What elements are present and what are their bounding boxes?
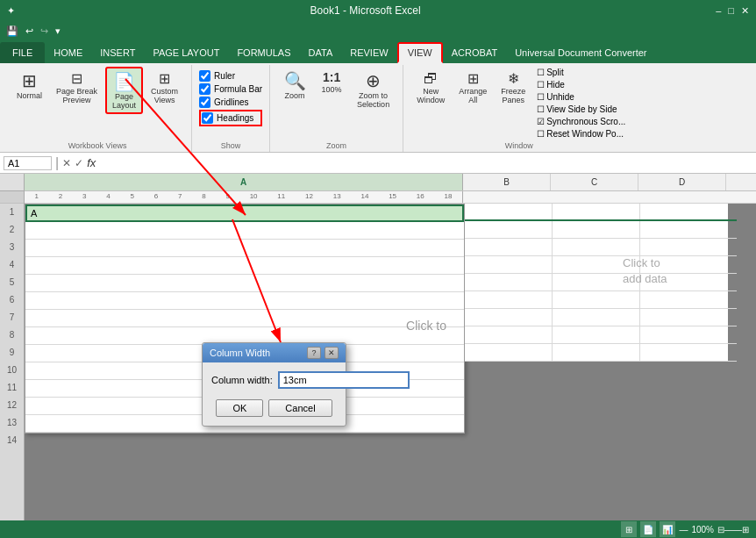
row-13: 13 — [0, 414, 24, 432]
normal-view-btn[interactable]: ⊞ — [621, 521, 637, 537]
arrange-all-label: ArrangeAll — [459, 87, 487, 104]
page-break-view-btn[interactable]: 📊 — [660, 521, 675, 537]
zoom-label: Zoom — [285, 91, 305, 100]
row-3: 3 — [0, 239, 24, 256]
freeze-panes-label: FreezePanes — [501, 87, 525, 104]
close-button[interactable]: ✕ — [741, 5, 749, 17]
show-label: Show — [199, 141, 262, 150]
btn-new-window[interactable]: 🗗 NewWindow — [410, 67, 451, 108]
freeze-panes-icon: ❄ — [508, 70, 519, 87]
ok-button[interactable]: OK — [216, 399, 263, 417]
zoom-percent: 100% — [691, 525, 714, 534]
btn-page-break[interactable]: ⊟ Page BreakPreview — [50, 67, 103, 108]
formula-bar-checkbox[interactable] — [199, 83, 210, 95]
column-width-input[interactable] — [278, 371, 410, 389]
arrange-all-icon: ⊞ — [467, 70, 479, 87]
unhide-icon: ☐ — [537, 92, 545, 102]
split-icon: ☐ — [537, 68, 545, 77]
qat: 💾 ↩ ↪ ▾ — [0, 21, 756, 40]
zoom-100-label: 100% — [322, 85, 342, 94]
btn-split[interactable]: ☐ Split — [535, 67, 627, 78]
unhide-label: Unhide — [546, 92, 574, 102]
tab-acrobat[interactable]: ACROBAT — [443, 42, 506, 63]
window-group-label: Window — [410, 141, 627, 150]
btn-view-side-by-side[interactable]: ☐ View Side by Side — [535, 104, 627, 115]
dialog-close-btn[interactable]: ✕ — [325, 347, 339, 359]
zoom-icon: 🔍 — [284, 70, 306, 91]
title-bar-center: Book1 - Microsoft Excel — [15, 4, 716, 17]
cb-headings[interactable]: Headings — [199, 110, 262, 126]
row-7: 7 — [0, 309, 24, 326]
page-layout-view-btn[interactable]: 📄 — [640, 521, 656, 537]
dialog-help-btn[interactable]: ? — [307, 347, 321, 359]
minimize-button[interactable]: – — [716, 5, 721, 17]
row-8: 8 — [0, 326, 24, 344]
cb-ruler[interactable]: Ruler — [199, 70, 262, 82]
cancel-button[interactable]: Cancel — [268, 399, 332, 417]
fx-icon[interactable]: fx — [87, 156, 96, 169]
excel-icon: ✦ — [7, 5, 15, 17]
btn-synchronous[interactable]: ☑ Synchronous Scro... — [535, 116, 627, 127]
tab-udc[interactable]: Universal Document Converter — [506, 42, 655, 63]
btn-zoom[interactable]: 🔍 Zoom — [277, 67, 312, 104]
cb-formula-bar[interactable]: Formula Bar — [199, 83, 262, 95]
reset-label: Reset Window Po... — [546, 129, 624, 139]
tab-insert[interactable]: INSERT — [91, 42, 144, 63]
btn-custom-views[interactable]: ⊞ CustomViews — [145, 67, 184, 108]
tab-page-layout[interactable]: PAGE LAYOUT — [144, 42, 228, 63]
window-right-btns: ☐ Split ☐ Hide ☐ Unhide ☐ View Side by S… — [535, 67, 627, 140]
btn-arrange-all[interactable]: ⊞ ArrangeAll — [453, 67, 493, 108]
tab-home[interactable]: HOME — [45, 42, 91, 63]
qat-save[interactable]: 💾 — [4, 24, 21, 39]
selected-row-highlight: A — [25, 204, 464, 222]
ruler-checkbox[interactable] — [199, 70, 210, 82]
normal-icon: ⊞ — [22, 70, 37, 91]
btn-page-layout[interactable]: 📄 PageLayout — [105, 67, 143, 114]
tab-formulas[interactable]: FORMULAS — [228, 42, 299, 63]
qat-undo[interactable]: ↩ — [23, 24, 36, 39]
btn-zoom-100[interactable]: 1:1 100% — [314, 67, 349, 97]
btn-normal[interactable]: ⊞ Normal — [11, 67, 48, 104]
maximize-button[interactable]: □ — [728, 5, 734, 17]
col-header-b: B — [463, 174, 551, 190]
ribbon-group-content-window: 🗗 NewWindow ⊞ ArrangeAll ❄ FreezePanes ☐… — [410, 67, 627, 140]
tab-data[interactable]: DATA — [300, 42, 342, 63]
title-bar-right: – □ ✕ — [716, 5, 749, 17]
cancel-icon[interactable]: ✕ — [62, 157, 71, 169]
qat-redo[interactable]: ↪ — [38, 24, 51, 39]
col-header-a: A — [25, 174, 463, 190]
row-11: 11 — [0, 379, 24, 397]
zoom-slider[interactable]: ⊟——⊞ — [717, 525, 749, 534]
b-col-rows — [465, 221, 737, 362]
btn-zoom-selection[interactable]: ⊕ Zoom toSelection — [351, 67, 396, 112]
tab-view[interactable]: VIEW — [397, 42, 443, 63]
formula-input[interactable] — [99, 158, 752, 169]
tab-page-layout-label: PAGE LAYOUT — [153, 47, 219, 58]
tab-file[interactable]: FILE — [0, 42, 45, 63]
show-checkboxes: Ruler Formula Bar Gridlines Headings — [199, 67, 262, 130]
qat-more[interactable]: ▾ — [53, 24, 63, 39]
column-width-dialog[interactable]: Column Width ? ✕ Column width: OK Cancel — [202, 342, 346, 427]
cb-gridlines[interactable]: Gridlines — [199, 97, 262, 108]
status-bar: ⊞ 📄 📊 — 100% ⊟——⊞ — [0, 520, 756, 538]
dialog-title-icons: ? ✕ — [307, 347, 339, 359]
custom-views-icon: ⊞ — [159, 70, 170, 87]
btn-hide[interactable]: ☐ Hide — [535, 79, 627, 90]
dialog-title-bar: Column Width ? ✕ — [203, 343, 346, 362]
cell-name-box[interactable] — [4, 156, 52, 170]
formula-bar: | ✕ ✓ fx — [0, 153, 756, 174]
confirm-icon[interactable]: ✓ — [75, 157, 83, 169]
tab-review[interactable]: REVIEW — [341, 42, 396, 63]
btn-reset-window[interactable]: ☐ Reset Window Po... — [535, 128, 627, 140]
btn-unhide[interactable]: ☐ Unhide — [535, 91, 627, 103]
btn-freeze-panes[interactable]: ❄ FreezePanes — [495, 67, 531, 108]
dialog-body: Column width: OK Cancel — [203, 362, 346, 426]
zoom-selection-label: Zoom toSelection — [357, 91, 389, 109]
headings-checkbox[interactable] — [202, 112, 213, 124]
corner-cell — [0, 174, 24, 191]
gridlines-checkbox[interactable] — [199, 97, 210, 108]
page-layout-icon: 📄 — [113, 71, 135, 92]
col-ruler-row: A B C D — [25, 174, 756, 191]
hide-label: Hide — [546, 80, 565, 90]
cell-a1[interactable]: A — [31, 208, 37, 219]
